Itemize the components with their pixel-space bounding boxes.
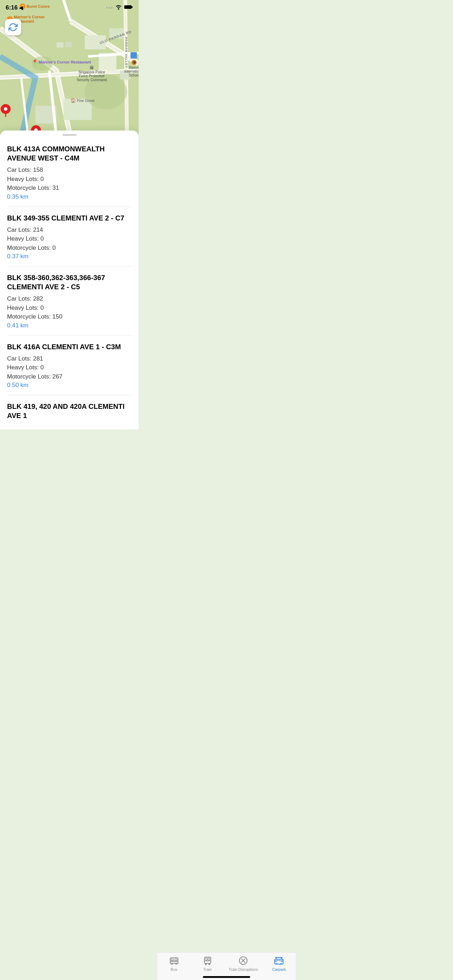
carpark-item[interactable]: BLK 358-360,362-363,366-367 CLEMENTI AVE… bbox=[7, 267, 132, 336]
car-lots: Car Lots: 214 bbox=[7, 226, 132, 235]
time-display: 6:16 bbox=[6, 4, 17, 11]
svg-rect-0 bbox=[124, 5, 132, 9]
status-time: 6:16 ◀ bbox=[6, 4, 23, 11]
heavy-lots: Heavy Lots: 0 bbox=[7, 363, 132, 372]
carpark-distance: 0.37 km bbox=[7, 253, 132, 260]
svg-rect-10 bbox=[56, 42, 64, 48]
map-pin-1 bbox=[1, 104, 11, 118]
car-lots: Car Lots: 158 bbox=[7, 165, 132, 175]
carpark-item[interactable]: BLK 349-355 CLEMENTI AVE 2 - C7Car Lots:… bbox=[7, 207, 132, 267]
heavy-lots: Heavy Lots: 0 bbox=[7, 234, 132, 243]
svg-rect-1 bbox=[132, 6, 133, 8]
carpark-item[interactable]: BLK 416A CLEMENTI AVE 1 - C3MCar Lots: 2… bbox=[7, 336, 132, 396]
motorcycle-lots: Motorcycle Lots: 0 bbox=[7, 243, 132, 253]
carpark-distance: 0.50 km bbox=[7, 382, 132, 389]
bottom-sheet: BLK 413A COMMONWEALTH AVENUE WEST - C4MC… bbox=[0, 130, 139, 430]
map-area[interactable]: 🍦 Burnt Cones 🍴 Mariner's CornerRestaura… bbox=[0, 0, 139, 138]
handle-bar bbox=[62, 134, 76, 136]
carpark-name: BLK 358-360,362-363,366-367 CLEMENTI AVE… bbox=[7, 273, 132, 291]
carpark-name: BLK 413A COMMONWEALTH AVENUE WEST - C4M bbox=[7, 144, 132, 162]
heavy-lots: Heavy Lots: 0 bbox=[7, 175, 132, 184]
status-icons: ••• bbox=[106, 5, 133, 11]
police-label: 🏛 Singapore PoliceForce ProtectiveSecuri… bbox=[74, 65, 110, 82]
carpark-list: BLK 413A COMMONWEALTH AVENUE WEST - C4MC… bbox=[0, 138, 139, 430]
svg-rect-13 bbox=[130, 52, 137, 59]
heavy-lots: Heavy Lots: 0 bbox=[7, 303, 132, 313]
motorcycle-lots: Motorcycle Lots: 267 bbox=[7, 372, 132, 381]
carpark-item[interactable]: BLK 413A COMMONWEALTH AVENUE WEST - C4MC… bbox=[7, 138, 132, 207]
pandan-valley-label: PANDAN VALLEY bbox=[124, 37, 128, 68]
refresh-button[interactable] bbox=[5, 19, 21, 35]
battery-icon bbox=[124, 5, 133, 11]
car-lots: Car Lots: 282 bbox=[7, 294, 132, 303]
wifi-icon bbox=[115, 5, 122, 11]
svg-rect-11 bbox=[65, 41, 72, 47]
pine-grove-label: 🏠 Pine Grove bbox=[71, 98, 95, 103]
east-lodge-label: 📍 Mariner's Corner Restaurant bbox=[32, 59, 91, 65]
navigation-arrow: ◀ bbox=[19, 5, 23, 11]
signal-dots-icon: ••• bbox=[106, 5, 113, 11]
nexus-label: 🎓 NexusInternationalSchool bbox=[120, 60, 139, 77]
carpark-item[interactable]: BLK 419, 420 AND 420A CLEMENTI AVE 1 bbox=[7, 395, 132, 430]
carpark-distance: 0.35 km bbox=[7, 193, 132, 200]
sheet-handle[interactable] bbox=[0, 130, 139, 138]
motorcycle-lots: Motorcycle Lots: 31 bbox=[7, 183, 132, 192]
car-lots: Car Lots: 281 bbox=[7, 354, 132, 363]
svg-point-15 bbox=[4, 107, 7, 111]
carpark-name: BLK 416A CLEMENTI AVE 1 - C3M bbox=[7, 342, 132, 352]
carpark-name: BLK 419, 420 AND 420A CLEMENTI AVE 1 bbox=[7, 402, 132, 420]
carpark-distance: 0.41 km bbox=[7, 322, 132, 329]
status-bar: 6:16 ◀ ••• bbox=[0, 0, 139, 16]
motorcycle-lots: Motorcycle Lots: 150 bbox=[7, 312, 132, 321]
carpark-name: BLK 349-355 CLEMENTI AVE 2 - C7 bbox=[7, 213, 132, 223]
